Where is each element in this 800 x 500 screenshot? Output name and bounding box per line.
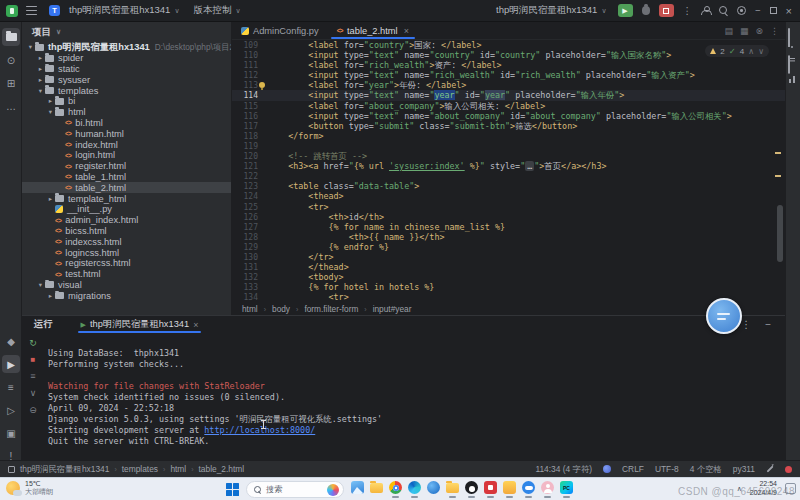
debug-button[interactable] xyxy=(642,6,650,15)
profiler-icon[interactable] xyxy=(788,83,799,94)
run-config-widget[interactable]: thp明润民宿量租hx1341 ∨ xyxy=(496,4,607,17)
stop-icon[interactable]: ■ xyxy=(31,355,36,364)
python-console-tool-icon[interactable]: ▷ xyxy=(2,401,20,419)
localhost-link[interactable]: http://localhost:8000/ xyxy=(204,425,315,435)
clear-console-icon[interactable]: ⊖ xyxy=(29,405,37,415)
stop-button[interactable] xyxy=(659,4,674,17)
tree-item-logincss-html[interactable]: <>logincss.html xyxy=(22,247,231,258)
code-line-128[interactable]: 128 <th>{{ name }}</th> xyxy=(232,232,785,242)
code-line-119[interactable]: 119 xyxy=(232,141,785,151)
maximize-button[interactable] xyxy=(770,7,777,14)
tree-item-thp-hx1341[interactable]: ▾thp明润民宿量租hx1341D:\desktop\php\项目2.0\hx1… xyxy=(22,42,231,53)
console-output[interactable]: Using DataBase: thphx1341Performing syst… xyxy=(48,348,775,456)
tree-item-login-html[interactable]: <>login.html xyxy=(22,150,231,161)
terminal-tool-icon[interactable]: ▣ xyxy=(2,424,20,442)
code-line-126[interactable]: 126 <th>id</th> xyxy=(232,212,785,222)
more-tools-icon[interactable]: … xyxy=(2,97,20,115)
breadcrumb-item[interactable]: input#year xyxy=(373,304,412,314)
code-line-115[interactable]: 115 <label for="about_company">输入公司相关: <… xyxy=(232,101,785,111)
code-line-129[interactable]: 129 {% endfor %} xyxy=(232,242,785,252)
vcs-widget[interactable]: 版本控制 ∨ xyxy=(194,4,241,17)
next-issue-icon[interactable]: ∨ xyxy=(758,47,764,56)
weather-widget[interactable]: 15℃ 大部晴朗 xyxy=(6,480,53,496)
code-line-120[interactable]: 120 <!-- 跳转首页 --> xyxy=(232,151,785,161)
status-breadcrumb[interactable]: thp明润民宿量租hx1341›templates›html›table_2.h… xyxy=(8,464,244,475)
tab-adminconfig[interactable]: AdminConfig.py xyxy=(232,22,328,39)
editor-scrollbar[interactable] xyxy=(777,205,783,262)
code-line-109[interactable]: 109 <label for="country">国家: </label> xyxy=(232,40,785,50)
code-line-110[interactable]: 110 <input type="text" name="country" id… xyxy=(232,50,785,60)
status-plugin-icon[interactable] xyxy=(603,465,611,473)
code-line-122[interactable]: 122 xyxy=(232,171,785,181)
tree-item-html[interactable]: ▾html xyxy=(22,107,231,118)
code-area[interactable]: 109 <label for="country">国家: </label>110… xyxy=(232,40,785,303)
structure-tool-icon[interactable]: ⊞ xyxy=(2,74,20,92)
code-with-me-icon[interactable] xyxy=(701,6,710,15)
notifications-icon[interactable] xyxy=(788,29,799,40)
main-menu-icon[interactable] xyxy=(26,6,37,15)
run-tab[interactable]: ▶ thp明润民宿量租hx1341 × xyxy=(75,316,205,333)
code-line-124[interactable]: 124 <thead> xyxy=(232,191,785,201)
code-line-111[interactable]: 111 <label for="rich_wealth">资产: </label… xyxy=(232,60,785,70)
intention-bulb-icon[interactable] xyxy=(259,82,265,88)
start-button[interactable] xyxy=(226,483,239,496)
code-line-117[interactable]: 117 <button type="submit" class="submit-… xyxy=(232,121,785,131)
taskbar-app-edge[interactable] xyxy=(407,480,422,495)
project-tool-icon[interactable] xyxy=(2,28,20,46)
close-button[interactable]: × xyxy=(786,5,792,17)
run-button[interactable]: ▶ xyxy=(618,4,633,17)
code-line-131[interactable]: 131 </thead> xyxy=(232,262,785,272)
code-line-127[interactable]: 127 {% for name in chinese_name_list %} xyxy=(232,222,785,232)
settings-editor-icon[interactable]: ⊗ xyxy=(755,26,763,36)
close-run-tab-icon[interactable]: × xyxy=(193,320,198,330)
tree-item-table-2-html[interactable]: <>table_2.html xyxy=(22,182,231,193)
taskbar-app-chrome[interactable] xyxy=(388,480,403,495)
tab-table2[interactable]: <> table_2.html × xyxy=(328,22,418,39)
tree-item-bi-html[interactable]: <>bi.html xyxy=(22,118,231,129)
notification-center-icon[interactable] xyxy=(785,483,796,494)
clock-widget[interactable]: 22:54 2024/4/9 xyxy=(750,480,777,497)
layout-icon[interactable]: ▦ xyxy=(740,26,749,36)
tree-item-bicss-html[interactable]: <>bicss.html xyxy=(22,226,231,237)
softwrap-icon[interactable]: ≡ xyxy=(30,371,35,381)
code-line-125[interactable]: 125 <tr> xyxy=(232,202,785,212)
taskbar-app-yellow-app[interactable] xyxy=(502,480,517,495)
taskbar-app-file-explorer[interactable] xyxy=(369,480,384,495)
tree-item-admin-index-html[interactable]: <>admin_index.html xyxy=(22,215,231,226)
tree-item--init-py[interactable]: __init__.py xyxy=(22,204,231,215)
minimize-button[interactable]: − xyxy=(755,5,761,16)
taskbar-app-browser-blue[interactable] xyxy=(426,480,441,495)
breadcrumb-item[interactable]: html xyxy=(242,304,258,314)
code-line-116[interactable]: 116 <input type="text" name="about_compa… xyxy=(232,111,785,121)
tree-item-visual[interactable]: ▾visual xyxy=(22,280,231,291)
commit-tool-icon[interactable]: ⊙ xyxy=(2,51,20,69)
tree-item-bi[interactable]: ▸bi xyxy=(22,96,231,107)
tray-expand-icon[interactable]: ∧ xyxy=(737,485,742,493)
floating-assistant-button[interactable] xyxy=(706,298,742,334)
line-separator-widget[interactable]: CRLF xyxy=(622,464,644,474)
tree-item-registercss-html[interactable]: <>registercss.html xyxy=(22,258,231,269)
vcs-tool-icon[interactable]: ◆ xyxy=(2,332,20,350)
tree-item-test-html[interactable]: <>test.html xyxy=(22,269,231,280)
taskbar-app-red-app[interactable] xyxy=(483,480,498,495)
run-tool-icon[interactable]: ▶ xyxy=(2,355,20,373)
code-line-114[interactable]: 114 <input type="text" name="year" id="y… xyxy=(232,90,785,100)
search-highlight-icon[interactable] xyxy=(327,484,339,496)
hide-panel-icon[interactable]: − xyxy=(765,319,771,330)
app-icon[interactable] xyxy=(6,5,18,17)
prev-issue-icon[interactable]: ∧ xyxy=(748,47,754,56)
code-line-134[interactable]: 134 <tr> xyxy=(232,292,785,302)
tree-item-template-html[interactable]: ▸template_html xyxy=(22,193,231,204)
run-panel-more-icon[interactable]: ⋮ xyxy=(741,319,751,330)
code-line-121[interactable]: 121 <h3><a href="{% url 'sysuser:index' … xyxy=(232,161,785,171)
edit-mode-icon[interactable] xyxy=(767,466,774,473)
ai-assistant-icon[interactable] xyxy=(788,109,799,120)
code-line-118[interactable]: 118 </form> xyxy=(232,131,785,141)
close-tab-icon[interactable]: × xyxy=(404,26,409,36)
scroll-end-icon[interactable]: ∨ xyxy=(30,388,37,398)
taskbar-app-pycharm[interactable]: PC xyxy=(559,480,574,495)
taskbar-app-folder-app[interactable] xyxy=(445,480,460,495)
split-editor-icon[interactable]: ▤ xyxy=(724,26,733,36)
rerun-icon[interactable]: ↻ xyxy=(29,338,37,348)
tree-item-sysuser[interactable]: ▸sysuser xyxy=(22,74,231,85)
